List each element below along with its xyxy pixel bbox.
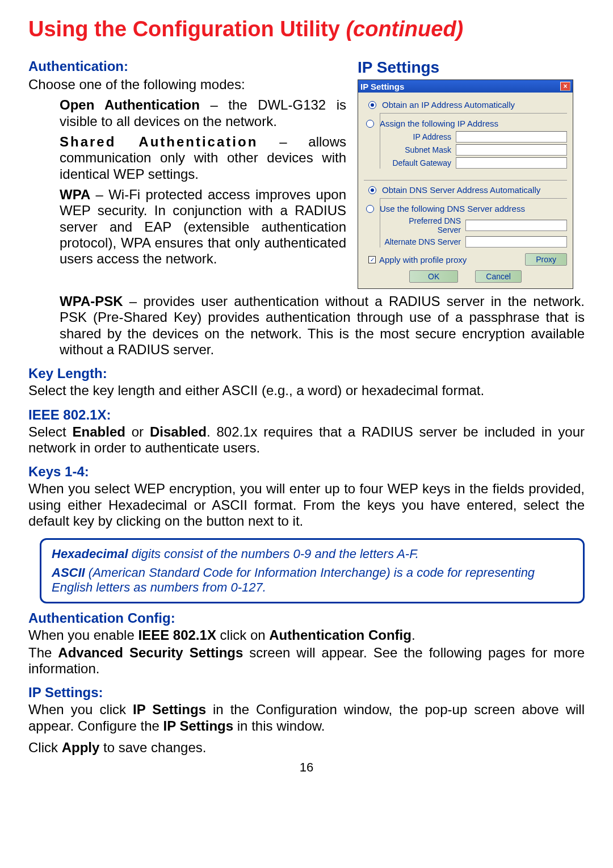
ipset-header: IP Settings: bbox=[28, 685, 585, 701]
page-number: 16 bbox=[28, 760, 585, 775]
open-auth-para: Open Authentication – the DWL-G132 is vi… bbox=[60, 97, 346, 129]
ipset-text: When you click IP Settings in the Config… bbox=[28, 702, 585, 734]
apply-t2: to save changes. bbox=[99, 740, 206, 755]
hex-bold: Hexadecimal bbox=[52, 547, 128, 561]
authcfg-line1: When you enable IEEE 802.1X click on Aut… bbox=[28, 627, 585, 643]
keys-header: Keys 1-4: bbox=[28, 464, 585, 480]
ieee-header: IEEE 802.1X: bbox=[28, 407, 585, 423]
preferred-dns-row: Preferred DNS Server bbox=[384, 216, 567, 234]
ok-button[interactable]: OK bbox=[409, 270, 458, 283]
shared-auth-para: Shared Authentication – allows communica… bbox=[60, 134, 346, 182]
ip-settings-dialog: IP Settings × Obtain an IP Address Autom… bbox=[358, 79, 573, 289]
cancel-button[interactable]: Cancel bbox=[475, 270, 522, 283]
subnet-mask-label: Subnet Mask bbox=[384, 145, 451, 154]
radio-use-dns[interactable]: Use the following DNS Server address bbox=[366, 204, 567, 213]
subnet-mask-row: Subnet Mask bbox=[384, 144, 567, 156]
authcfg-t2: click on bbox=[216, 627, 269, 643]
key-length-header: Key Length: bbox=[28, 366, 585, 381]
authentication-header: Authentication: bbox=[28, 58, 346, 74]
authcfg-line2: The Advanced Security Settings screen wi… bbox=[28, 645, 585, 677]
wpapsk-bold: WPA-PSK bbox=[60, 293, 123, 309]
ipset-b2: IP Settings bbox=[163, 718, 234, 733]
key-length-text: Select the key length and either ASCII (… bbox=[28, 383, 585, 399]
wpapsk-text: – provides user authentication without a… bbox=[60, 293, 585, 357]
preferred-dns-label: Preferred DNS Server bbox=[384, 216, 461, 234]
ip-address-label: IP Address bbox=[384, 132, 451, 141]
ieee-t1: Select bbox=[28, 424, 73, 439]
gateway-label: Default Gateway bbox=[384, 158, 451, 167]
preferred-dns-input[interactable] bbox=[465, 220, 567, 231]
gateway-row: Default Gateway bbox=[384, 157, 567, 169]
radio-obtain-ip-auto[interactable]: Obtain an IP Address Automatically bbox=[368, 100, 567, 110]
apply-text: Click Apply to save changes. bbox=[28, 740, 585, 756]
apply-t1: Click bbox=[28, 740, 62, 755]
radio-label: Obtain DNS Server Address Automatically bbox=[382, 185, 540, 195]
radio-label: Assign the following IP Address bbox=[380, 119, 498, 128]
wpa-para: WPA – Wi-Fi protected access improves up… bbox=[60, 187, 346, 267]
ascii-bold: ASCII bbox=[52, 565, 85, 580]
ip-settings-heading: IP Settings bbox=[358, 58, 585, 77]
dialog-titlebar: IP Settings × bbox=[358, 80, 573, 93]
auth-intro: Choose one of the following modes: bbox=[28, 77, 346, 93]
ipset-t3: in this window. bbox=[233, 718, 325, 733]
keys-text: When you select WEP encryption, you will… bbox=[28, 481, 585, 529]
ieee-t2: or bbox=[125, 424, 150, 439]
close-icon[interactable]: × bbox=[560, 82, 570, 91]
apply-proxy-checkbox[interactable]: ✓ bbox=[368, 256, 376, 263]
info-box: Hexadecimal digits consist of the number… bbox=[40, 538, 585, 603]
apply-b: Apply bbox=[62, 740, 100, 755]
gateway-input[interactable] bbox=[456, 157, 567, 169]
authcfg-b1: IEEE 802.1X bbox=[138, 627, 216, 643]
authcfg-t4a: The bbox=[28, 645, 58, 660]
radio-label: Obtain an IP Address Automatically bbox=[382, 100, 515, 110]
authcfg-header: Authentication Config: bbox=[28, 610, 585, 626]
authcfg-b2: Authentication Config bbox=[269, 627, 412, 643]
authcfg-t1: When you enable bbox=[28, 627, 138, 643]
ipset-t1: When you click bbox=[28, 702, 133, 717]
hex-text: digits consist of the numbers 0-9 and th… bbox=[128, 547, 419, 561]
ieee-b1: Enabled bbox=[73, 424, 125, 439]
ieee-b2: Disabled bbox=[150, 424, 207, 439]
ipset-b1: IP Settings bbox=[133, 702, 206, 717]
dialog-title: IP Settings bbox=[360, 82, 404, 91]
proxy-button[interactable]: Proxy bbox=[525, 253, 567, 266]
authcfg-b3: Advanced Security Settings bbox=[58, 645, 243, 660]
ascii-text: (American Standard Code for Information … bbox=[52, 565, 535, 594]
ieee-text: Select Enabled or Disabled. 802.1x requi… bbox=[28, 424, 585, 456]
ip-address-row: IP Address bbox=[384, 131, 567, 142]
shared-auth-bold: Shared Authentication bbox=[60, 134, 258, 149]
wpa-bold: WPA bbox=[60, 187, 90, 202]
radio-label: Use the following DNS Server address bbox=[380, 204, 525, 213]
radio-obtain-dns-auto[interactable]: Obtain DNS Server Address Automatically bbox=[368, 185, 567, 195]
open-auth-bold: Open Authentication bbox=[60, 97, 200, 112]
page-title-main: Using the Configuration Utility bbox=[28, 17, 346, 41]
radio-icon bbox=[366, 205, 374, 213]
radio-icon bbox=[368, 186, 376, 194]
subnet-mask-input[interactable] bbox=[456, 144, 567, 156]
page-title: Using the Configuration Utility (continu… bbox=[28, 17, 585, 41]
page-title-cont: (continued) bbox=[346, 17, 463, 41]
authcfg-t3: . bbox=[412, 627, 415, 643]
apply-proxy-label: Apply with profile proxy bbox=[379, 255, 522, 265]
alternate-dns-label: Alternate DNS Server bbox=[384, 237, 461, 246]
radio-icon bbox=[368, 101, 376, 109]
wpapsk-para: WPA-PSK – provides user authentication w… bbox=[60, 293, 585, 358]
wpa-text: – Wi-Fi protected access improves upon W… bbox=[60, 187, 346, 266]
alternate-dns-input[interactable] bbox=[465, 236, 567, 248]
ip-address-input[interactable] bbox=[456, 131, 567, 142]
radio-icon bbox=[366, 120, 374, 128]
alternate-dns-row: Alternate DNS Server bbox=[384, 236, 567, 248]
radio-assign-ip[interactable]: Assign the following IP Address bbox=[366, 119, 567, 128]
